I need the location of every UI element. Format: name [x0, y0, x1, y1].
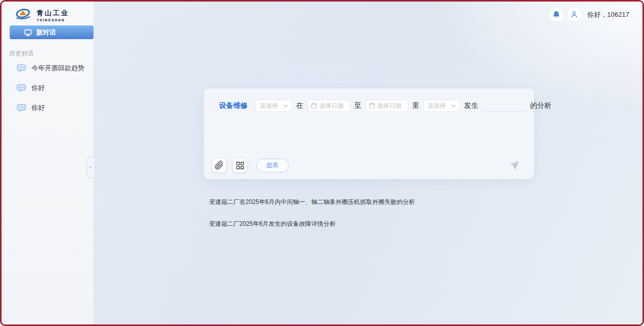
grid-icon [235, 161, 245, 170]
history-item[interactable]: 你好 [2, 100, 94, 115]
user-profile-button[interactable] [567, 8, 581, 21]
collapse-chevrons-icon: « [89, 165, 91, 170]
bell-icon [552, 10, 561, 19]
history-item[interactable]: 今年开票回款趋势 [2, 61, 94, 76]
end-date-input[interactable] [365, 100, 408, 112]
new-chat-icon [24, 28, 32, 37]
paperclip-icon [214, 161, 224, 170]
history-item-label: 今年开票回款趋势 [32, 64, 84, 73]
sidebar-collapse-handle[interactable]: « [86, 156, 94, 179]
header-actions: 你好，106217 [549, 8, 629, 21]
template-topic-label: 设备维修 [219, 101, 248, 110]
history-section-title: 历史对话 [9, 49, 34, 58]
start-date-field[interactable] [308, 100, 350, 112]
sidebar: 青山工业 TSINGSHAN 新对话 历史对话 [2, 2, 94, 324]
equipment-select-placeholder: 请选择 [260, 102, 278, 110]
chevron-down-icon [451, 104, 456, 108]
history-list: 今年开票回款趋势 你好 [2, 61, 94, 120]
chat-bubble-icon [17, 104, 26, 112]
chat-bubble-icon [17, 64, 26, 72]
composer-toolbar: 图表 [212, 158, 520, 173]
event-blank-input[interactable] [482, 100, 526, 111]
end-date-field[interactable] [365, 100, 408, 112]
start-date-input[interactable] [308, 100, 350, 112]
word-suffix: 的分析 [530, 101, 551, 110]
new-chat-button[interactable]: 新对话 [10, 25, 94, 39]
suggestion-item[interactable]: 变速箱二厂2025年6月发生的设备故障详情分析 [209, 220, 335, 228]
word-in: 里 [412, 101, 419, 110]
send-button[interactable] [508, 159, 520, 171]
chart-toggle-button[interactable]: 图表 [256, 159, 289, 172]
equipment-select[interactable]: 请选择 [256, 100, 292, 112]
suggestion-item[interactable]: 变速箱二厂在2025年6月内中间轴一、轴二轴承外圈压机抓取外圈失败的分析 [209, 198, 415, 206]
composer-card: 设备维修 请选择 在 至 [204, 88, 534, 179]
chat-bubble-icon [17, 84, 26, 92]
app-window: 青山工业 TSINGSHAN 新对话 历史对话 [0, 0, 644, 326]
tsingshan-logo-icon [14, 7, 33, 23]
brand-logo: 青山工业 TSINGSHAN [14, 7, 69, 23]
brand-subtitle: TSINGSHAN [37, 18, 69, 22]
word-happen: 发生 [464, 101, 478, 110]
notifications-button[interactable] [549, 8, 563, 21]
scope-select[interactable]: 请选择 [423, 100, 460, 112]
user-greeting: 你好，106217 [588, 10, 629, 19]
history-item-label: 你好 [32, 103, 45, 112]
brand-title: 青山工业 [37, 9, 69, 18]
user-icon [570, 10, 578, 19]
history-item[interactable]: 你好 [2, 80, 94, 96]
history-item-label: 你好 [32, 83, 45, 93]
attach-file-button[interactable] [212, 158, 226, 172]
send-plane-icon [508, 159, 520, 171]
word-to: 至 [354, 101, 361, 110]
brand-name: 青山工业 TSINGSHAN [37, 9, 69, 22]
chevron-down-icon [283, 104, 288, 108]
template-sentence-row: 设备维修 请选择 在 至 [204, 88, 534, 112]
scope-select-placeholder: 请选择 [427, 102, 446, 110]
new-chat-label: 新对话 [36, 28, 56, 37]
apps-grid-button[interactable] [233, 158, 247, 172]
word-at: 在 [296, 101, 303, 110]
